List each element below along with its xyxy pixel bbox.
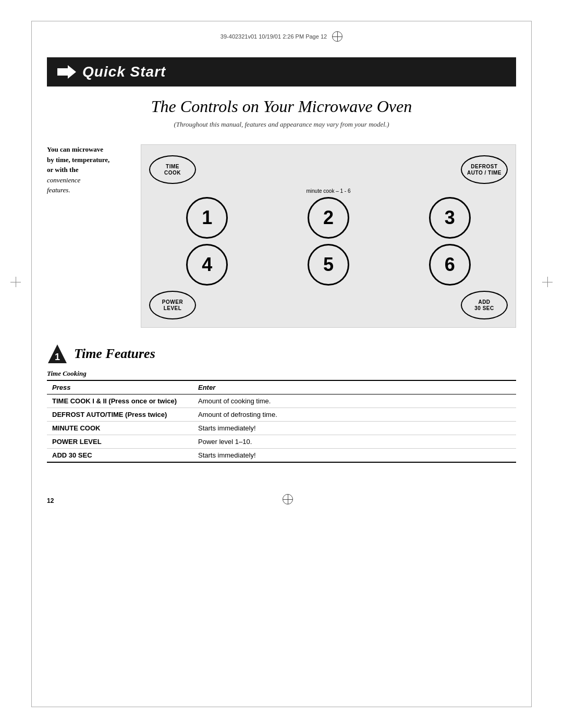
bird-icon	[57, 64, 76, 80]
num-button-1[interactable]: 1	[186, 197, 228, 239]
section-number-badge: 1	[47, 343, 68, 364]
control-panel: TIME COOK DEFROST AUTO / TIME minute coo…	[141, 144, 516, 328]
bottom-area: 12	[47, 494, 516, 504]
add30-line1: ADD	[478, 299, 490, 305]
power-level-button[interactable]: POWER LEVEL	[149, 291, 196, 319]
top-buttons-row: TIME COOK DEFROST AUTO / TIME	[149, 155, 508, 184]
desc-line1: You can microwave	[47, 145, 103, 153]
defrost-line1: DEFROST	[471, 164, 497, 170]
page-number: 12	[47, 497, 54, 504]
press-cell: MINUTE COOK	[47, 422, 193, 435]
desc-line2: by time, temperature,	[47, 156, 109, 164]
enter-cell: Amount of cooking time.	[193, 394, 516, 408]
section-header: 1 Time Features	[47, 343, 516, 364]
minute-cook-label: minute cook – 1 - 6	[306, 188, 350, 194]
num-button-5[interactable]: 5	[308, 244, 349, 286]
table-header-row: Press Enter	[47, 380, 516, 394]
number-grid: 1 2 3 4 5 6	[149, 197, 508, 286]
enter-cell: Starts immediately!	[193, 449, 516, 463]
banner-title: Quick Start	[82, 64, 166, 80]
enter-cell: Power level 1–10.	[193, 435, 516, 449]
registration-mark	[332, 31, 342, 42]
table-row: TIME COOK I & II (Press once or twice)Am…	[47, 394, 516, 408]
power-line1: POWER	[162, 299, 183, 305]
table-row: MINUTE COOKStarts immediately!	[47, 422, 516, 435]
num-button-3[interactable]: 3	[429, 197, 471, 239]
num-button-6[interactable]: 6	[429, 244, 471, 286]
bottom-buttons-row: POWER LEVEL ADD 30 SEC	[149, 291, 508, 319]
num-button-2[interactable]: 2	[308, 197, 349, 239]
time-cook-button[interactable]: TIME COOK	[149, 155, 196, 184]
desc-line4: convenience	[47, 176, 80, 184]
power-line2: LEVEL	[164, 305, 182, 312]
table-row: ADD 30 SECStarts immediately!	[47, 449, 516, 463]
desc-line3: or with the	[47, 166, 78, 174]
press-cell: TIME COOK I & II (Press once or twice)	[47, 394, 193, 408]
controls-section: You can microwave by time, temperature, …	[47, 144, 516, 328]
defrost-line2: AUTO / TIME	[467, 170, 501, 176]
desc-line5: features.	[47, 186, 70, 194]
controls-description: You can microwave by time, temperature, …	[47, 144, 130, 328]
bottom-crosshair	[283, 494, 293, 504]
add30-line2: 30 SEC	[474, 305, 494, 312]
time-cook-line1: TIME	[166, 164, 179, 170]
svg-marker-0	[57, 65, 76, 79]
quick-start-icon	[57, 63, 76, 81]
table-row: DEFROST AUTO/TIME (Press twice)Amount of…	[47, 408, 516, 422]
meta-text: 39-402321v01 10/19/01 2:26 PM Page 12	[221, 33, 327, 40]
enter-cell: Amount of defrosting time.	[193, 408, 516, 422]
defrost-button[interactable]: DEFROST AUTO / TIME	[461, 155, 508, 184]
press-cell: ADD 30 SEC	[47, 449, 193, 463]
press-cell: POWER LEVEL	[47, 435, 193, 449]
triangle-icon: 1	[47, 343, 68, 364]
main-title: The Controls on Your Microwave Oven	[47, 97, 516, 116]
time-cook-line2: COOK	[164, 170, 181, 176]
subsection-title: Time Cooking	[47, 369, 516, 378]
svg-text:1: 1	[55, 352, 60, 362]
num-button-4[interactable]: 4	[186, 244, 228, 286]
header-meta: 39-402321v01 10/19/01 2:26 PM Page 12	[47, 31, 516, 42]
features-table: Press Enter TIME COOK I & II (Press once…	[47, 380, 516, 463]
section-title: Time Features	[74, 346, 155, 362]
quick-start-banner: Quick Start	[47, 57, 516, 87]
press-cell: DEFROST AUTO/TIME (Press twice)	[47, 408, 193, 422]
table-row: POWER LEVELPower level 1–10.	[47, 435, 516, 449]
main-subtitle: (Throughout this manual, features and ap…	[47, 120, 516, 129]
enter-cell: Starts immediately!	[193, 422, 516, 435]
col-enter-header: Enter	[193, 380, 516, 394]
add-30sec-button[interactable]: ADD 30 SEC	[461, 291, 508, 319]
col-press-header: Press	[47, 380, 193, 394]
